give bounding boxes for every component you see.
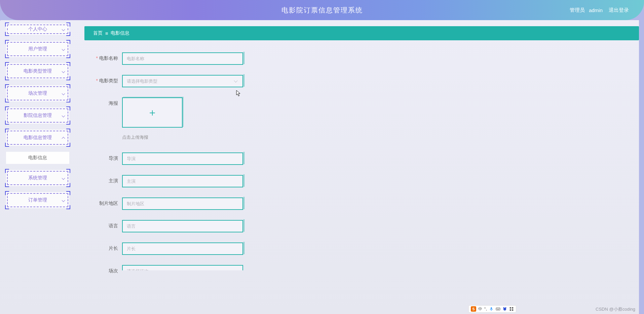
sidebar-item-label: 影院信息管理 — [24, 113, 52, 119]
row-session: 场次 请选择场次 — [92, 265, 639, 274]
svg-rect-0 — [496, 308, 500, 310]
header-bar: 电影院订票信息管理系统 管理员 admin 退出登录 — [0, 0, 644, 20]
user-role: 管理员 — [570, 7, 585, 13]
row-region: 制片地区 — [92, 197, 639, 210]
sidebar-item-label: 用户管理 — [28, 46, 47, 52]
svg-rect-4 — [499, 308, 499, 309]
sidebar-item-label: 电影类型管理 — [24, 68, 52, 74]
svg-rect-10 — [512, 307, 513, 309]
movie-name-input[interactable] — [122, 52, 243, 65]
svg-rect-2 — [497, 308, 498, 309]
keyboard-icon[interactable] — [496, 307, 500, 311]
row-language: 语言 — [92, 220, 639, 232]
region-input[interactable] — [122, 197, 243, 210]
poster-upload-hint: 点击上传海报 — [122, 134, 183, 140]
sidebar-subitem-movieinfo[interactable]: 电影信息 — [6, 152, 69, 164]
svg-rect-5 — [497, 309, 499, 310]
sidebar: 个人中心 用户管理 电影类型管理 场次管理 影院信息管理 电影信息管理 — [0, 20, 72, 314]
sidebar-item-label: 个人中心 — [28, 26, 47, 32]
watermark: CSDN @小蔡coding — [596, 306, 635, 312]
ime-toolbar[interactable]: S 中 °, — [468, 305, 516, 313]
microphone-icon[interactable] — [489, 307, 494, 311]
sidebar-item-movieinfo[interactable]: 电影信息管理 — [6, 130, 69, 146]
session-placeholder: 请选择场次 — [127, 268, 149, 271]
svg-rect-9 — [510, 307, 511, 309]
sidebar-item-session[interactable]: 场次管理 — [6, 85, 69, 101]
sidebar-item-label: 系统管理 — [28, 175, 47, 181]
user-name: admin — [589, 7, 603, 13]
sidebar-item-user[interactable]: 用户管理 — [6, 41, 69, 57]
chevron-down-icon — [234, 79, 237, 82]
director-input[interactable] — [122, 152, 243, 165]
chevron-down-icon — [62, 28, 65, 31]
main-area: 首页 ≡ 电影信息 *电影名称 *电影类型 请选择电影类型 海报 — [72, 20, 639, 314]
label-movie-name: 电影名称 — [99, 55, 118, 61]
grid-icon[interactable] — [509, 307, 514, 311]
movie-type-select[interactable]: 请选择电影类型 — [122, 75, 243, 87]
breadcrumb-home[interactable]: 首页 — [93, 30, 103, 36]
label-poster: 海报 — [109, 100, 118, 106]
bear-icon[interactable] — [502, 307, 507, 311]
svg-rect-1 — [497, 308, 497, 309]
user-box: 管理员 admin 退出登录 — [566, 0, 629, 20]
row-poster: 海报 ＋ 点击上传海报 — [92, 97, 639, 140]
sidebar-item-order[interactable]: 订单管理 — [6, 192, 69, 208]
sidebar-item-label: 电影信息管理 — [24, 135, 52, 141]
movie-type-placeholder: 请选择电影类型 — [127, 78, 157, 84]
sidebar-item-personal[interactable]: 个人中心 — [6, 24, 69, 35]
movie-form: *电影名称 *电影类型 请选择电影类型 海报 ＋ 点击 — [84, 40, 639, 274]
label-duration: 片长 — [109, 245, 118, 251]
chevron-down-icon — [62, 114, 65, 118]
sidebar-item-label: 订单管理 — [28, 197, 47, 203]
duration-input[interactable] — [122, 242, 243, 255]
svg-rect-3 — [498, 308, 499, 309]
breadcrumb: 首页 ≡ 电影信息 — [84, 26, 639, 40]
chevron-down-icon — [62, 92, 65, 95]
sidebar-item-system[interactable]: 系统管理 — [6, 170, 69, 186]
label-starring: 主演 — [109, 178, 118, 183]
session-select[interactable]: 请选择场次 — [122, 265, 243, 270]
workspace: 个人中心 用户管理 电影类型管理 场次管理 影院信息管理 电影信息管理 — [0, 20, 639, 314]
app-title: 电影院订票信息管理系统 — [281, 6, 363, 15]
logout-link[interactable]: 退出登录 — [609, 7, 629, 13]
chevron-down-icon — [62, 199, 65, 202]
label-region: 制片地区 — [99, 200, 118, 206]
sidebar-item-movietype[interactable]: 电影类型管理 — [6, 63, 69, 79]
label-movie-type: 电影类型 — [99, 78, 118, 83]
chevron-down-icon — [234, 269, 237, 270]
svg-rect-12 — [512, 309, 513, 311]
label-session: 场次 — [109, 268, 118, 273]
sidebar-item-label: 场次管理 — [28, 90, 47, 96]
label-director: 导演 — [109, 155, 118, 161]
row-movie-type: *电影类型 请选择电影类型 — [92, 75, 639, 87]
sidebar-item-cinema[interactable]: 影院信息管理 — [6, 107, 69, 124]
svg-rect-11 — [510, 309, 511, 311]
sidebar-item-label: 电影信息 — [28, 155, 47, 161]
row-movie-name: *电影名称 — [92, 52, 639, 65]
chevron-up-icon — [62, 137, 65, 140]
plus-icon: ＋ — [147, 107, 157, 118]
svg-point-8 — [503, 308, 506, 311]
row-director: 导演 — [92, 152, 639, 165]
language-input[interactable] — [122, 220, 243, 232]
starring-input[interactable] — [122, 175, 243, 187]
poster-upload[interactable]: ＋ — [122, 97, 183, 128]
label-language: 语言 — [109, 223, 118, 228]
sogou-icon: S — [471, 306, 476, 312]
row-starring: 主演 — [92, 175, 639, 187]
ime-punct-icon[interactable]: °, — [484, 307, 487, 311]
ime-mode[interactable]: 中 — [478, 306, 482, 312]
breadcrumb-current: 电影信息 — [111, 30, 129, 36]
chevron-down-icon — [62, 70, 65, 73]
row-duration: 片长 — [92, 242, 639, 255]
chevron-down-icon — [62, 177, 65, 180]
chevron-down-icon — [62, 48, 65, 51]
breadcrumb-sep: ≡ — [105, 31, 108, 36]
